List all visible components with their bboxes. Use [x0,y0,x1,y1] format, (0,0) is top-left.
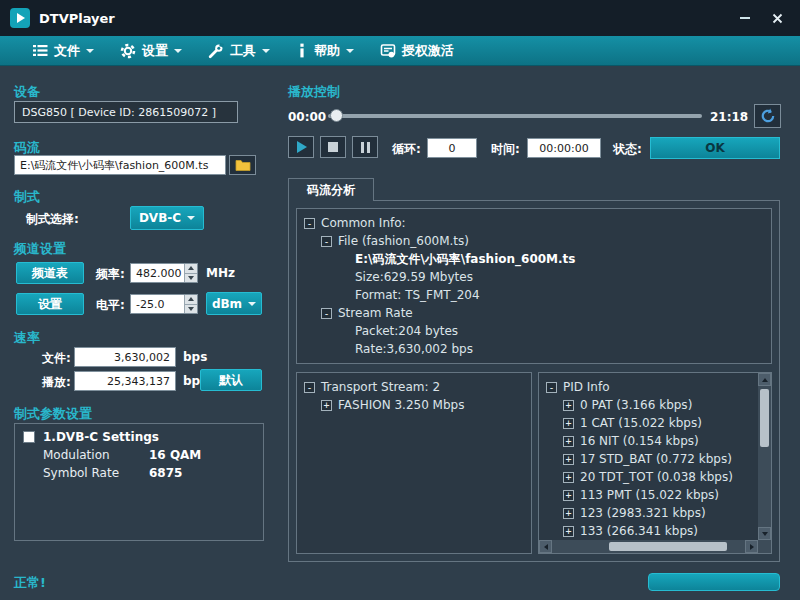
params-listbox: 1.DVB-C Settings Modulation 16 QAM Symbo… [14,423,264,541]
stop-button[interactable] [320,136,346,158]
time-label: 时间: [491,141,520,158]
status-text: 正常! [14,574,46,592]
play-rate-field[interactable]: 25,343,137 [74,371,176,391]
license-icon [380,43,396,59]
params-group-label: 1.DVB-C Settings [43,430,159,444]
spin-down-button[interactable] [185,273,197,283]
play-icon [297,141,307,153]
standard-value: DVB-C [139,211,181,225]
progress-bar [648,573,780,591]
standard-select-label: 制式选择: [26,211,79,228]
file-list-icon [33,44,48,57]
minimize-icon [740,17,750,19]
param-value: 16 QAM [149,448,201,462]
seek-slider-thumb[interactable] [330,109,343,122]
frequency-unit: MHz [206,266,235,280]
menu-help-label: 帮助 [314,42,340,60]
state-label: 状态: [613,141,642,158]
pause-button[interactable] [352,136,378,158]
frequency-input[interactable]: 482.000 [130,263,198,283]
file-rate-value: 3,630,002 [114,351,170,364]
chevron-down-icon [248,302,256,306]
menu-tools[interactable]: 工具 [197,38,281,64]
chevron-down-icon [187,216,195,220]
analysis-group-box [288,200,780,562]
seek-slider[interactable] [328,114,702,118]
params-section-header: 制式参数设置 [14,405,92,423]
frequency-value: 482.000 [136,267,182,280]
menu-settings-label: 设置 [142,42,168,60]
stop-icon [328,142,338,152]
channel-settings-button[interactable]: 设置 [16,293,84,315]
device-value: DSG850 [ Device ID: 2861509072 ] [22,106,216,119]
menu-help[interactable]: 帮助 [285,38,365,64]
device-section-header: 设备 [14,83,40,101]
duration-time: 21:18 [710,110,748,124]
rate-section-header: 速率 [14,329,40,347]
spin-up-button[interactable] [185,295,197,304]
gear-icon [120,43,136,59]
standard-dropdown[interactable]: DVB-C [130,206,204,230]
stream-path-value: E:\码流文件\小码率\fashion_600M.ts [20,158,208,173]
state-badge: OK [650,137,780,159]
app-icon [10,8,30,28]
refresh-icon [760,108,776,124]
time-value: 00:00:00 [539,142,588,155]
spin-down-button[interactable] [185,304,197,314]
playback-section-header: 播放控制 [288,83,340,101]
file-rate-field[interactable]: 3,630,002 [74,347,176,367]
close-button[interactable] [764,9,790,28]
stream-path-input[interactable]: E:\码流文件\小码率\fashion_600M.ts [14,155,226,175]
level-spinner [184,295,197,313]
menu-file[interactable]: 文件 [22,38,105,64]
level-unit-dropdown[interactable]: dBm [206,292,262,315]
minimize-button[interactable] [732,9,758,28]
menu-tools-label: 工具 [230,42,256,60]
play-button[interactable] [288,136,314,158]
default-button[interactable]: 默认 [200,369,262,391]
frequency-spinner [184,264,197,282]
level-value: -25.0 [136,298,164,311]
menu-bar: 文件 设置 工具 帮助 [0,36,800,66]
time-input[interactable]: 00:00:00 [527,138,601,158]
spin-up-button[interactable] [185,264,197,273]
level-label: 电平: [96,297,125,314]
standard-section-header: 制式 [14,188,40,206]
menu-license-activate[interactable]: 授权激活 [369,38,465,64]
pause-icon [361,142,370,153]
params-row-symbolrate[interactable]: Symbol Rate 6875 [15,464,263,482]
browse-file-button[interactable] [229,155,256,175]
param-name: Symbol Rate [43,466,149,480]
channel-section-header: 频道设置 [14,240,66,258]
channel-table-button[interactable]: 频道表 [16,262,84,284]
menu-settings[interactable]: 设置 [109,38,193,64]
file-rate-unit: bps [183,350,207,364]
level-input[interactable]: -25.0 [130,294,198,314]
param-name: Modulation [43,448,149,462]
menu-license-label: 授权激活 [402,42,454,60]
menu-file-label: 文件 [54,42,80,60]
close-icon [772,13,783,24]
params-row-modulation[interactable]: Modulation 16 QAM [15,446,263,464]
device-field[interactable]: DSG850 [ Device ID: 2861509072 ] [14,101,238,123]
loop-label: 循环: [392,141,421,158]
dvbc-settings-checkbox[interactable] [23,431,35,443]
loop-input[interactable]: 0 [427,138,477,158]
window-title: DTVPlayer [39,11,726,26]
chevron-down-icon [262,49,270,53]
wrench-icon [208,43,224,59]
params-group-row[interactable]: 1.DVB-C Settings [15,428,263,446]
level-unit-value: dBm [212,297,242,311]
loop-refresh-button[interactable] [754,104,781,128]
chevron-down-icon [346,49,354,53]
param-value: 6875 [149,466,182,480]
title-bar: DTVPlayer [0,0,800,36]
frequency-label: 频率: [96,266,125,283]
loop-value: 0 [449,142,456,155]
play-rate-label: 播放: [42,374,71,391]
chevron-down-icon [86,49,94,53]
folder-icon [235,159,251,172]
elapsed-time: 00:00 [288,110,326,124]
info-icon [296,43,308,58]
tab-stream-analysis[interactable]: 码流分析 [288,178,374,201]
